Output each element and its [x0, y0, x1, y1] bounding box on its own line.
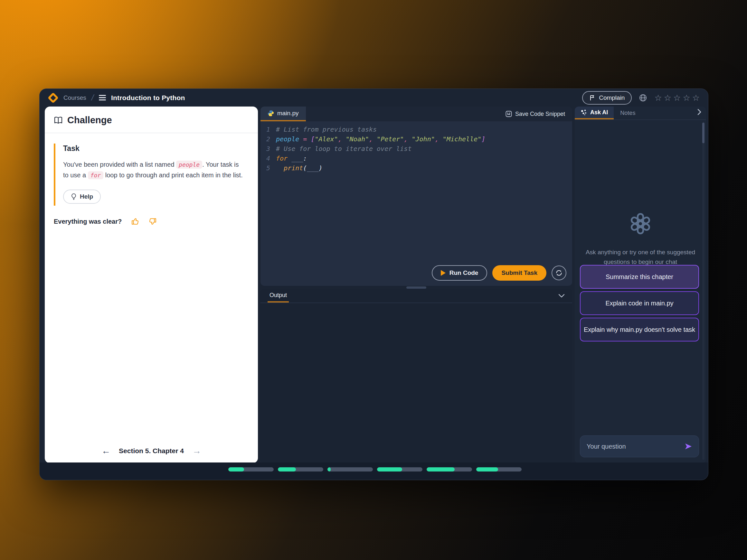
submit-task-button[interactable]: Submit Task	[492, 265, 546, 281]
line-number: 3	[260, 144, 276, 154]
progress-bar[interactable]	[278, 467, 323, 472]
task-description: You've been provided with a list named p…	[63, 159, 246, 181]
chapter-progress-bars	[228, 467, 522, 472]
thumbs-down-icon[interactable]	[148, 217, 156, 225]
run-code-button[interactable]: Run Code	[432, 265, 488, 281]
save-code-snippet-button[interactable]: Save Code Snippet	[506, 107, 572, 121]
code-line[interactable]: 4for ___:	[260, 154, 572, 163]
editor-output-splitter[interactable]	[260, 286, 572, 289]
next-chapter-arrow[interactable]: →	[192, 446, 201, 456]
code-line[interactable]: 3# Use for loop to iterate over list	[260, 144, 572, 154]
task-block: Task You've been provided with a list na…	[54, 143, 249, 206]
code-line[interactable]: 1# List from previous tasks	[260, 125, 572, 134]
language-globe-icon[interactable]	[639, 94, 647, 102]
course-title: Introduction to Python	[111, 94, 185, 102]
ask-ai-panel: Ask AI Notes	[575, 107, 706, 463]
progress-bar[interactable]	[228, 467, 274, 472]
ai-sparkle-icon	[581, 109, 587, 115]
question-input[interactable]	[587, 443, 681, 450]
star-icon[interactable]: ☆	[692, 94, 700, 102]
inline-code-people: people	[176, 161, 202, 169]
play-icon	[441, 270, 446, 276]
progress-fill	[228, 467, 244, 472]
progress-bar[interactable]	[328, 467, 373, 472]
code-editor: main.py Save Code Snippet 1# List from p…	[260, 107, 572, 286]
top-bar: Courses / Introduction to Python Complai…	[40, 89, 708, 107]
output-panel: Output	[260, 289, 572, 463]
progress-fill	[278, 467, 296, 472]
progress-bar[interactable]	[476, 467, 522, 472]
breadcrumb-separator: /	[90, 93, 95, 103]
tab-notes[interactable]: Notes	[614, 107, 642, 119]
code-line-content: # Use for loop to iterate over list	[276, 144, 412, 154]
code-line-content: for ___:	[276, 154, 307, 163]
inline-code-for: for	[88, 171, 104, 179]
feedback-question: Everything was clear?	[54, 218, 122, 225]
progress-fill	[427, 467, 455, 472]
chapter-nav-label: Section 5. Chapter 4	[119, 447, 184, 455]
code-line-content: # List from previous tasks	[276, 125, 377, 134]
star-icon[interactable]: ☆	[664, 94, 671, 102]
suggested-questions: Summarize this chapterExplain code in ma…	[580, 265, 699, 342]
prev-chapter-arrow[interactable]: ←	[101, 446, 110, 456]
suggested-question-button[interactable]: Summarize this chapter	[580, 265, 699, 289]
code-line[interactable]: 2people = ["Alex", "Noah", "Peter", "Joh…	[260, 134, 572, 144]
suggested-question-button[interactable]: Explain why main.py doesn't solve task	[580, 318, 699, 342]
tab-main-py[interactable]: main.py	[260, 107, 306, 121]
progress-fill	[476, 467, 498, 472]
line-number: 4	[260, 154, 276, 163]
progress-bar[interactable]	[427, 467, 472, 472]
complain-button[interactable]: Complain	[582, 91, 632, 105]
ai-empty-state-text: Ask anything or try one of the suggested…	[575, 247, 706, 267]
python-icon	[267, 110, 274, 116]
lightbulb-icon	[71, 193, 77, 200]
task-heading: Task	[63, 144, 249, 153]
flag-icon	[589, 95, 596, 101]
challenge-panel: Challenge Task You've been provided with…	[45, 107, 258, 463]
code-line-content: print(___)	[276, 163, 323, 173]
question-input-wrapper	[580, 435, 699, 457]
suggested-question-button[interactable]: Explain code in main.py	[580, 291, 699, 315]
line-number: 2	[260, 134, 276, 144]
rating-stars[interactable]: ☆☆☆☆☆	[654, 94, 700, 102]
book-icon	[54, 116, 63, 124]
refresh-icon	[556, 269, 563, 276]
breadcrumb[interactable]: Courses	[63, 94, 86, 101]
line-number: 5	[260, 163, 276, 173]
collapse-output-icon[interactable]	[558, 294, 565, 298]
send-icon[interactable]	[685, 443, 692, 450]
panel-scrollbar[interactable]	[702, 122, 704, 460]
course-menu-icon[interactable]	[99, 95, 106, 100]
help-button[interactable]: Help	[63, 190, 101, 204]
tab-ask-ai[interactable]: Ask AI	[575, 107, 614, 119]
progress-bar[interactable]	[377, 467, 422, 472]
brand-logo-icon[interactable]	[48, 93, 58, 103]
openai-logo-icon	[628, 211, 653, 236]
scrollbar-thumb[interactable]	[702, 123, 704, 143]
reset-code-button[interactable]	[551, 266, 566, 280]
star-icon[interactable]: ☆	[654, 94, 662, 102]
thumbs-up-icon[interactable]	[131, 217, 140, 225]
line-number: 1	[260, 125, 276, 134]
code-line-content: people = ["Alex", "Noah", "Peter", "John…	[276, 134, 485, 144]
star-icon[interactable]: ☆	[682, 94, 690, 102]
drag-handle[interactable]	[406, 287, 426, 289]
code-area[interactable]: 1# List from previous tasks2people = ["A…	[260, 121, 572, 173]
code-line[interactable]: 5 print(___)	[260, 163, 572, 173]
progress-fill	[377, 467, 402, 472]
progress-fill	[328, 467, 331, 472]
snippet-icon	[506, 111, 512, 117]
panel-title: Challenge	[67, 115, 112, 126]
collapse-panel-icon[interactable]	[697, 108, 706, 117]
tab-output[interactable]: Output	[267, 289, 289, 302]
app-window: Courses / Introduction to Python Complai…	[39, 88, 709, 480]
star-icon[interactable]: ☆	[673, 94, 681, 102]
